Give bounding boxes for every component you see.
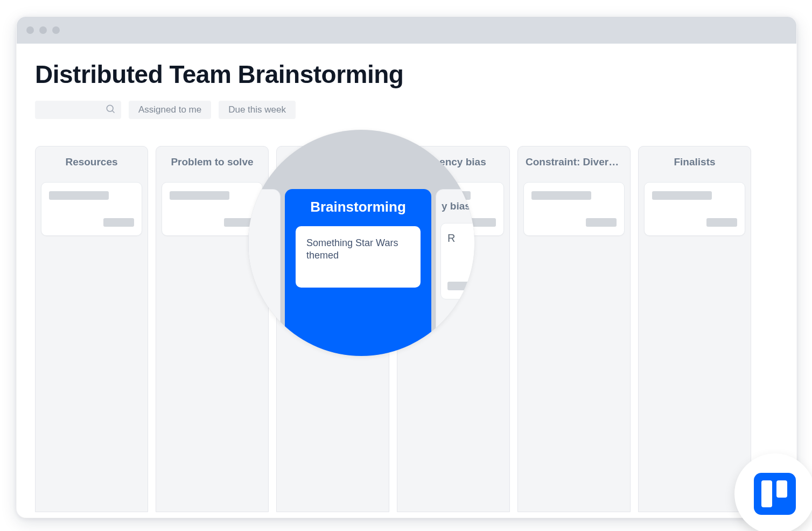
placeholder-line [652,191,712,200]
placeholder-line [49,191,109,200]
placeholder-line [170,191,229,200]
callout-card[interactable]: Something Star Wars themed [296,226,421,288]
card-placeholder[interactable] [644,182,745,236]
column-title: Constraint: Diversity [523,146,625,182]
window-traffic-lights [26,26,60,34]
card-placeholder[interactable] [523,182,625,236]
traffic-light-zoom[interactable] [52,26,60,34]
svg-point-0 [107,105,113,111]
column-constraint-diversity[interactable]: Constraint: Diversity [517,146,631,512]
svg-line-1 [113,111,115,113]
callout-card-text: Something Star Wars themed [306,237,410,262]
column-finalists[interactable]: Finalists [638,146,751,512]
placeholder-line [706,218,737,227]
trello-logo-icon [754,473,796,515]
card-placeholder[interactable] [41,182,142,236]
callout-column-title: Brainstorming [296,199,421,215]
callout-main-column: Brainstorming Something Star Wars themed [285,189,431,356]
column-problem-to-solve[interactable]: Problem to solve [156,146,269,512]
placeholder-line [103,218,134,227]
board-title: Distributed Team Brainstorming [35,60,778,89]
card-placeholder[interactable] [162,182,263,236]
callout-right-card-text-fragment: R [447,232,474,244]
traffic-light-close[interactable] [26,26,34,34]
placeholder-line [531,191,591,200]
callout-right-title-fragment: y bias [442,200,471,212]
filter-due-this-week[interactable]: Due this week [219,101,296,119]
traffic-light-minimize[interactable] [39,26,47,34]
board-filters: Assigned to me Due this week [35,101,778,119]
search-input[interactable] [35,101,121,119]
placeholder-line [586,218,617,227]
window-titlebar [17,17,796,44]
filter-assigned-to-me[interactable]: Assigned to me [129,101,211,119]
search-icon [105,103,116,116]
column-title: Problem to solve [162,146,263,182]
column-title: Finalists [644,146,745,182]
column-resources[interactable]: Resources [35,146,148,512]
column-title: Resources [41,146,142,182]
app-logo-button[interactable] [734,453,812,531]
app-window: Distributed Team Brainstorming Assigned … [16,16,797,518]
magnified-callout: Brainstorming Something Star Wars themed… [248,130,474,356]
